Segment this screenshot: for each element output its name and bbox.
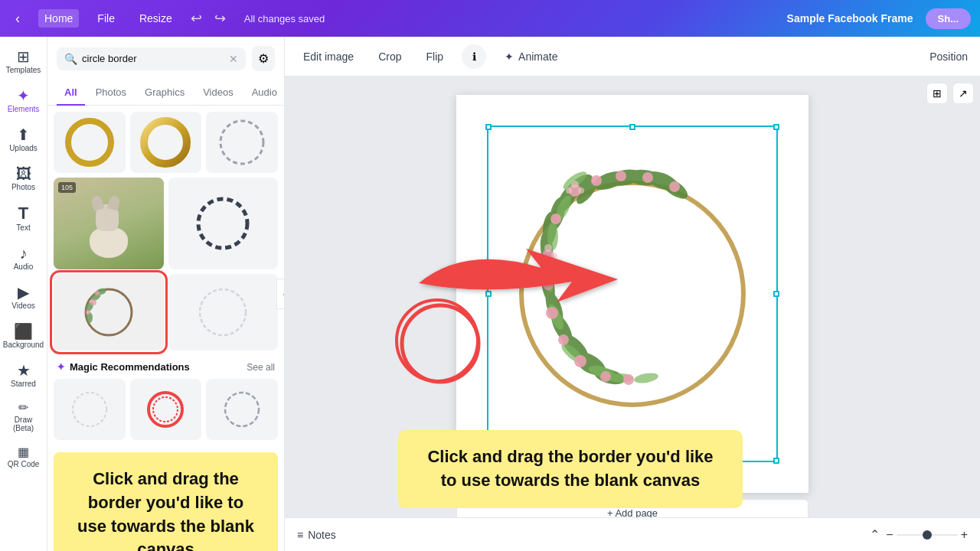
svg-point-12: [200, 289, 246, 335]
svg-point-59: [616, 171, 626, 181]
notes-button[interactable]: ≡ Notes: [297, 529, 336, 541]
sidebar-label-qrcode: QR Code: [8, 460, 40, 468]
bottom-bar: ≡ Notes ⌃ − +: [285, 517, 980, 551]
sidebar-item-qrcode[interactable]: ▦ QR Code: [2, 440, 45, 474]
search-input-wrap[interactable]: 🔍 ✕: [57, 47, 246, 70]
resize-label: Resize: [139, 12, 172, 24]
magic-item-3[interactable]: [206, 379, 278, 440]
sidebar-label-photos: Photos: [11, 183, 35, 191]
panel-collapse-handle[interactable]: ‹: [276, 279, 285, 309]
svg-point-3: [198, 199, 247, 248]
sidebar-label-templates: Templates: [6, 66, 41, 74]
svg-point-10: [86, 310, 90, 315]
resize-button[interactable]: Resize: [133, 9, 178, 28]
search-input[interactable]: [82, 53, 224, 64]
elements-panel: 🔍 ✕ ⚙ All Photos Graphics Videos Audio: [47, 37, 285, 551]
svg-point-64: [566, 187, 572, 194]
element-dark-circle[interactable]: [168, 178, 279, 269]
sidebar-label-draw: Draw (Beta): [5, 416, 42, 432]
audio-icon: ♪: [20, 246, 28, 261]
qrcode-icon: ▦: [18, 446, 29, 458]
svg-point-56: [600, 371, 611, 382]
sidebar-item-photos[interactable]: 🖼 Photos: [2, 160, 45, 197]
element-row-3: [54, 274, 278, 350]
home-label: Home: [44, 12, 73, 24]
position-button[interactable]: Position: [929, 51, 968, 63]
element-gold-circle[interactable]: [54, 112, 126, 173]
zoom-controls: − +: [886, 528, 968, 542]
sidebar-label-starred: Starred: [11, 380, 36, 388]
svg-point-2: [220, 121, 263, 164]
element-white-dashed-circle[interactable]: [168, 274, 279, 350]
grid-view-button[interactable]: ⊞: [926, 83, 948, 104]
edit-image-button[interactable]: Edit image: [297, 46, 360, 67]
svg-point-13: [73, 393, 106, 426]
sidebar-item-draw[interactable]: ✏ Draw (Beta): [2, 396, 45, 439]
sidebar-item-uploads[interactable]: ⬆ Uploads: [2, 121, 45, 158]
sidebar-item-elements[interactable]: ✦ Elements: [2, 82, 45, 119]
share-button[interactable]: Sh...: [926, 8, 971, 29]
element-floral-circle[interactable]: [54, 274, 164, 350]
elements-icon: ✦: [17, 88, 30, 103]
expand-button[interactable]: ↗: [952, 83, 974, 104]
svg-point-65: [544, 244, 552, 252]
canvas-area: ⊞ ↗: [285, 77, 980, 551]
zoom-thumb: [923, 530, 932, 540]
sidebar-item-audio[interactable]: ♪ Audio: [2, 240, 45, 277]
tab-photos[interactable]: Photos: [88, 80, 134, 106]
search-icon: 🔍: [64, 53, 77, 65]
tab-videos[interactable]: Videos: [195, 80, 241, 106]
element-dog-photo[interactable]: 105: [54, 178, 164, 269]
magic-item-1[interactable]: [54, 379, 126, 440]
sidebar-item-videos[interactable]: ▶ Videos: [2, 279, 45, 316]
sparkle-icon: ✦: [57, 361, 65, 373]
svg-point-58: [642, 172, 653, 183]
element-gradient-circle[interactable]: [130, 112, 202, 173]
back-button[interactable]: ‹: [9, 8, 26, 30]
magic-label-wrap: ✦ Magic Recommendations: [57, 361, 190, 373]
notes-icon: ≡: [297, 529, 303, 541]
file-button[interactable]: File: [91, 9, 121, 28]
panel-content: 105: [47, 106, 284, 551]
info-button[interactable]: ℹ: [462, 44, 486, 69]
sidebar-item-starred[interactable]: ★ Starred: [2, 357, 45, 394]
bottom-right-controls: ⌃ − +: [870, 527, 968, 542]
tab-graphics[interactable]: Graphics: [137, 80, 192, 106]
animate-label: Animate: [518, 51, 557, 63]
svg-point-61: [669, 181, 680, 192]
zoom-in-button[interactable]: +: [961, 528, 968, 542]
magic-label: Magic Recommendations: [70, 361, 190, 373]
tab-audio[interactable]: Audio: [244, 80, 285, 106]
home-button[interactable]: Home: [38, 9, 79, 28]
svg-point-52: [543, 279, 554, 290]
edit-image-label: Edit image: [303, 51, 354, 63]
saved-status: All changes saved: [244, 13, 325, 24]
starred-icon: ★: [17, 363, 31, 378]
sidebar-item-text[interactable]: T Text: [2, 199, 45, 238]
crop-label: Crop: [378, 51, 401, 63]
filter-button[interactable]: ⚙: [252, 46, 275, 71]
zoom-out-button[interactable]: −: [886, 528, 893, 542]
chevron-up-icon[interactable]: ⌃: [870, 527, 880, 542]
sidebar-item-templates[interactable]: ⊞ Templates: [2, 43, 45, 80]
top-navigation: ‹ Home File Resize ↩ ↪ All changes saved…: [0, 0, 980, 37]
svg-point-62: [571, 181, 579, 188]
svg-point-11: [95, 291, 100, 295]
zoom-slider[interactable]: [897, 534, 958, 536]
see-all-button[interactable]: See all: [247, 362, 275, 373]
tutorial-tooltip: Click and drag the border you'd like to …: [54, 452, 278, 551]
undo-button[interactable]: ↩: [191, 10, 202, 27]
sidebar-item-background[interactable]: ⬛ Background: [2, 318, 45, 355]
element-row-2: 105: [54, 178, 278, 269]
crop-button[interactable]: Crop: [372, 46, 407, 67]
animate-button[interactable]: ✦ Animate: [498, 46, 564, 67]
clear-search-button[interactable]: ✕: [229, 53, 238, 65]
flip-button[interactable]: Flip: [420, 46, 450, 67]
svg-point-50: [550, 214, 561, 224]
tab-all[interactable]: All: [57, 80, 85, 106]
animate-icon: ✦: [505, 51, 514, 63]
svg-point-55: [574, 355, 586, 367]
element-dashed-circle[interactable]: [206, 112, 278, 173]
magic-item-2[interactable]: [130, 379, 202, 440]
redo-button[interactable]: ↪: [214, 10, 226, 27]
